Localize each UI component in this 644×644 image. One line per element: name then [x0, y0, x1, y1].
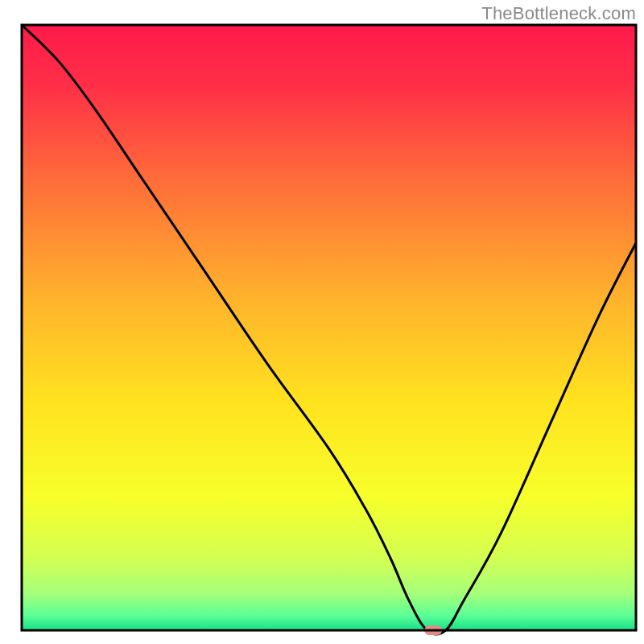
bottleneck-chart	[0, 0, 644, 644]
gradient-background	[22, 25, 636, 630]
chart-container: TheBottleneck.com	[0, 0, 644, 644]
attribution-label: TheBottleneck.com	[481, 3, 636, 24]
